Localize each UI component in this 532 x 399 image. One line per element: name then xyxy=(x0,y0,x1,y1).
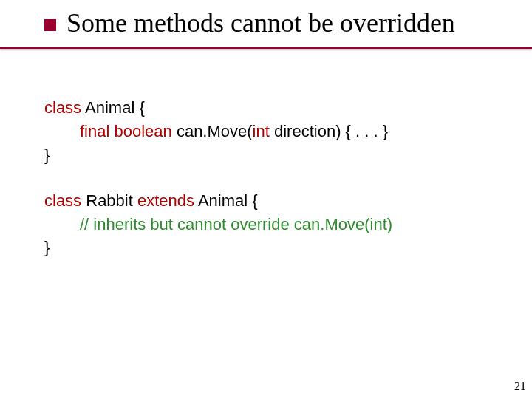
title-row: Some methods cannot be overridden xyxy=(44,9,517,38)
code-line: final boolean can.Move(int direction) { … xyxy=(44,120,502,143)
title-bullet-icon xyxy=(44,19,56,31)
code-text: can.Move( xyxy=(172,122,253,140)
slide-body: class Animal { final boolean can.Move(in… xyxy=(44,96,502,282)
keyword-int: int xyxy=(253,122,270,140)
code-line: class Animal { xyxy=(44,96,502,120)
code-text: Rabbit xyxy=(81,191,137,210)
code-line: } xyxy=(44,143,502,167)
slide-title: Some methods cannot be overridden xyxy=(66,9,455,38)
keyword-class: class xyxy=(44,98,81,117)
code-block-rabbit: class Rabbit extends Animal { // inherit… xyxy=(44,189,502,260)
code-line: class Rabbit extends Animal { xyxy=(44,189,502,213)
keyword-final-boolean: final boolean xyxy=(80,122,172,140)
keyword-class: class xyxy=(44,191,81,210)
code-text: Animal { xyxy=(81,98,145,117)
title-underline xyxy=(0,47,532,49)
slide: Some methods cannot be overridden class … xyxy=(0,0,532,399)
code-comment: // inherits but cannot override can.Move… xyxy=(44,213,502,236)
code-block-animal: class Animal { final boolean can.Move(in… xyxy=(44,96,502,167)
code-text: direction) { . . . } xyxy=(270,122,388,140)
code-text: Animal { xyxy=(194,191,258,210)
code-line: } xyxy=(44,236,502,259)
keyword-extends: extends xyxy=(137,191,194,210)
page-number: 21 xyxy=(514,380,526,393)
